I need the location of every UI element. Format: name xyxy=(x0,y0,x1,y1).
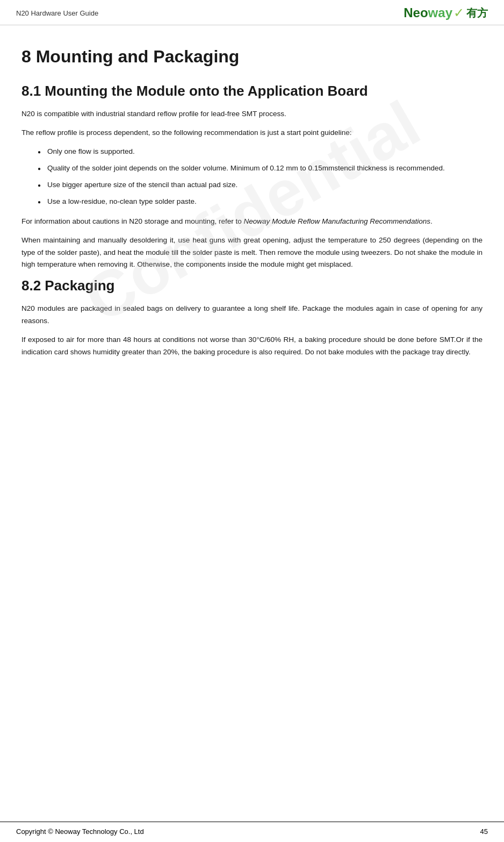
logo-chinese-text: 有方 xyxy=(466,6,488,20)
section-8-1-para-ref: For information about cautions in N20 st… xyxy=(21,216,483,228)
page-header: N20 Hardware User Guide N e o w a y ✓ 有方 xyxy=(0,0,504,25)
list-item: Quality of the solder joint depends on t… xyxy=(38,162,483,175)
section-8-1-para-1: N20 is compatible with industrial standa… xyxy=(21,108,483,120)
page-footer: Copyright © Neoway Technology Co., Ltd 4… xyxy=(0,822,504,842)
section-8-2-para-1: N20 modules are packaged in sealed bags … xyxy=(21,303,483,327)
page-content: Confidential 8 Mounting and Packaging 8.… xyxy=(0,25,504,397)
section-8-1-title: 8.1 Mounting the Module onto the Applica… xyxy=(21,83,483,99)
footer-copyright-text: Copyright © Neoway Technology Co., Ltd xyxy=(16,827,144,836)
italic-reference: Neoway Module Reflow Manufacturing Recom… xyxy=(243,217,430,225)
bullet-list: Only one flow is supported. Quality of t… xyxy=(38,146,483,208)
list-item: Use a low-residue, no-clean type solder … xyxy=(38,196,483,208)
logo-letter-a: a xyxy=(438,5,445,20)
section-8-2-title: 8.2 Packaging xyxy=(21,277,483,294)
logo-letter-y: y xyxy=(445,5,452,20)
watermark: Confidential xyxy=(72,86,431,337)
list-item: Only one flow is supported. xyxy=(38,146,483,158)
logo-letter-o: o xyxy=(420,5,428,20)
list-item: Use bigger aperture size of the stencil … xyxy=(38,179,483,191)
footer-page-number: 45 xyxy=(480,827,488,836)
section-8-1-para-2: The reflow profile is process dependent,… xyxy=(21,127,483,139)
chapter-title: 8 Mounting and Packaging xyxy=(21,47,483,67)
logo-letter-n: N xyxy=(404,5,413,20)
logo-letter-w: w xyxy=(428,5,438,20)
section-8-1-para-desoldering: When maintaining and manually desolderin… xyxy=(21,234,483,272)
neoway-logo: N e o w a y ✓ 有方 xyxy=(404,5,488,20)
logo-checkmark-icon: ✓ xyxy=(453,5,464,20)
logo-area: N e o w a y ✓ 有方 xyxy=(404,5,488,20)
document-title: N20 Hardware User Guide xyxy=(16,9,98,17)
section-8-2-para-2: If exposed to air for more than 48 hours… xyxy=(21,334,483,359)
logo-letter-e: e xyxy=(413,5,420,20)
